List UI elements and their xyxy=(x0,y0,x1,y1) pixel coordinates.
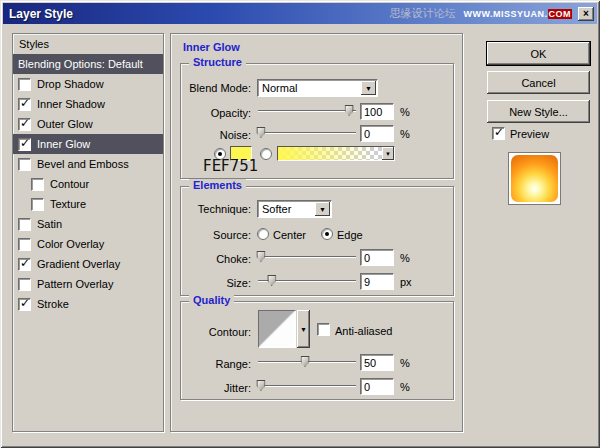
source-edge-label: Edge xyxy=(337,229,363,241)
opacity-label: Opacity: xyxy=(181,107,251,119)
settings-panel: Inner Glow Structure Blend Mode: Normal … xyxy=(170,33,463,432)
jitter-slider-thumb[interactable] xyxy=(256,380,265,391)
jitter-label: Jitter: xyxy=(181,382,251,394)
sidebar-item-texture[interactable]: Texture xyxy=(13,194,163,214)
range-label: Range: xyxy=(181,358,251,370)
gradient-radio[interactable] xyxy=(260,148,272,160)
blend-mode-label: Blend Mode: xyxy=(181,82,251,94)
choke-label: Choke: xyxy=(181,253,251,265)
anti-aliased-checkbox[interactable] xyxy=(317,323,330,336)
noise-slider[interactable] xyxy=(258,127,356,139)
close-icon[interactable]: × xyxy=(578,7,594,21)
color-overlay-checkbox[interactable] xyxy=(18,238,31,251)
size-input[interactable] xyxy=(360,273,394,290)
slider-track xyxy=(258,110,356,112)
watermark-site-name: 思缘设计论坛 xyxy=(390,6,456,21)
inner-glow-checkbox[interactable] xyxy=(18,138,31,151)
blend-mode-select[interactable]: Normal ▼ xyxy=(257,79,378,97)
drop-shadow-checkbox[interactable] xyxy=(18,78,31,91)
quality-group: Quality Contour: ▼ Anti-aliased Range: %… xyxy=(180,301,454,400)
style-item-label: Contour xyxy=(50,178,89,190)
sidebar-item-satin[interactable]: Satin xyxy=(13,214,163,234)
contour-picker[interactable] xyxy=(258,310,296,348)
chevron-down-icon[interactable]: ▼ xyxy=(297,310,310,348)
contour-checkbox[interactable] xyxy=(31,178,44,191)
noise-unit: % xyxy=(400,128,410,140)
sidebar-item-gradient-overlay[interactable]: Gradient Overlay xyxy=(13,254,163,274)
satin-checkbox[interactable] xyxy=(18,218,31,231)
range-slider-thumb[interactable] xyxy=(301,356,310,367)
pattern-overlay-checkbox[interactable] xyxy=(18,278,31,291)
gradient-overlay-checkbox[interactable] xyxy=(18,258,31,271)
size-unit: px xyxy=(400,276,412,288)
slider-track xyxy=(258,132,356,134)
sidebar-item-outer-glow[interactable]: Outer Glow xyxy=(13,114,163,134)
sidebar-item-drop-shadow[interactable]: Drop Shadow xyxy=(13,74,163,94)
layer-preview-thumbnail xyxy=(508,152,561,205)
stroke-checkbox[interactable] xyxy=(18,298,31,311)
chevron-down-icon[interactable]: ▼ xyxy=(361,81,376,95)
new-style-button[interactable]: New Style... xyxy=(487,100,590,123)
anti-aliased-label: Anti-aliased xyxy=(335,325,392,337)
style-item-label: Bevel and Emboss xyxy=(37,158,129,170)
sidebar-item-stroke[interactable]: Stroke xyxy=(13,294,163,314)
opacity-slider[interactable] xyxy=(258,105,356,117)
opacity-slider-thumb[interactable] xyxy=(345,105,354,116)
sidebar-item-contour[interactable]: Contour xyxy=(13,174,163,194)
hex-annotation: FEF751 xyxy=(203,157,258,175)
chevron-down-icon[interactable]: ▼ xyxy=(382,147,394,160)
sidebar-item-pattern-overlay[interactable]: Pattern Overlay xyxy=(13,274,163,294)
titlebar: Layer Style 思缘设计论坛 WWW.MISSYUAN.COM × xyxy=(3,3,597,24)
outer-glow-checkbox[interactable] xyxy=(18,118,31,131)
watermark-url: WWW.MISSYUAN.COM xyxy=(464,9,573,19)
page-title: Inner Glow xyxy=(183,41,240,53)
size-slider[interactable] xyxy=(258,275,356,287)
style-item-label: Gradient Overlay xyxy=(37,258,120,270)
noise-input[interactable] xyxy=(360,125,394,142)
source-center-radio[interactable] xyxy=(257,228,269,240)
layer-style-dialog: Layer Style 思缘设计论坛 WWW.MISSYUAN.COM × St… xyxy=(0,0,600,448)
window-title: Layer Style xyxy=(9,7,73,21)
ok-button[interactable]: OK xyxy=(487,42,590,65)
texture-checkbox[interactable] xyxy=(31,198,44,211)
preview-checkbox[interactable] xyxy=(492,127,505,140)
sidebar-item-color-overlay[interactable]: Color Overlay xyxy=(13,234,163,254)
source-center-label: Center xyxy=(273,229,306,241)
opacity-input[interactable] xyxy=(360,103,394,120)
technique-select[interactable]: Softer ▼ xyxy=(257,200,332,218)
range-slider[interactable] xyxy=(258,356,356,368)
styles-header: Styles xyxy=(13,34,163,54)
chevron-down-icon[interactable]: ▼ xyxy=(315,202,330,216)
noise-slider-thumb[interactable] xyxy=(256,127,265,138)
style-item-label: Satin xyxy=(37,218,62,230)
style-item-label: Color Overlay xyxy=(37,238,104,250)
jitter-slider[interactable] xyxy=(258,380,356,392)
inner-shadow-checkbox[interactable] xyxy=(18,98,31,111)
elements-group: Elements Technique: Softer ▼ Source: Cen… xyxy=(180,186,454,296)
technique-label: Technique: xyxy=(181,203,251,215)
sidebar-item-bevel-and-emboss[interactable]: Bevel and Emboss xyxy=(13,154,163,174)
choke-slider[interactable] xyxy=(258,251,356,263)
sidebar-item-inner-shadow[interactable]: Inner Shadow xyxy=(13,94,163,114)
sidebar-item-inner-glow[interactable]: Inner Glow xyxy=(13,134,163,154)
range-unit: % xyxy=(400,357,410,369)
style-item-label: Inner Shadow xyxy=(37,98,105,110)
choke-unit: % xyxy=(400,252,410,264)
blend-mode-value: Normal xyxy=(258,80,377,96)
style-item-label: Stroke xyxy=(37,298,69,310)
style-item-label: Blending Options: Default xyxy=(18,58,143,70)
bevel-emboss-checkbox[interactable] xyxy=(18,158,31,171)
size-slider-thumb[interactable] xyxy=(267,275,276,286)
style-item-label: Inner Glow xyxy=(37,138,90,150)
source-label: Source: xyxy=(181,229,251,241)
jitter-input[interactable] xyxy=(360,378,394,395)
choke-input[interactable] xyxy=(360,249,394,266)
choke-slider-thumb[interactable] xyxy=(256,251,265,262)
gradient-picker[interactable]: ▼ xyxy=(277,146,395,161)
cancel-button[interactable]: Cancel xyxy=(487,71,590,94)
style-item-label: Outer Glow xyxy=(37,118,93,130)
sidebar-item-blending-options[interactable]: Blending Options: Default xyxy=(13,54,163,74)
source-edge-radio[interactable] xyxy=(321,228,333,240)
range-input[interactable] xyxy=(360,354,394,371)
preview-label: Preview xyxy=(510,128,549,140)
